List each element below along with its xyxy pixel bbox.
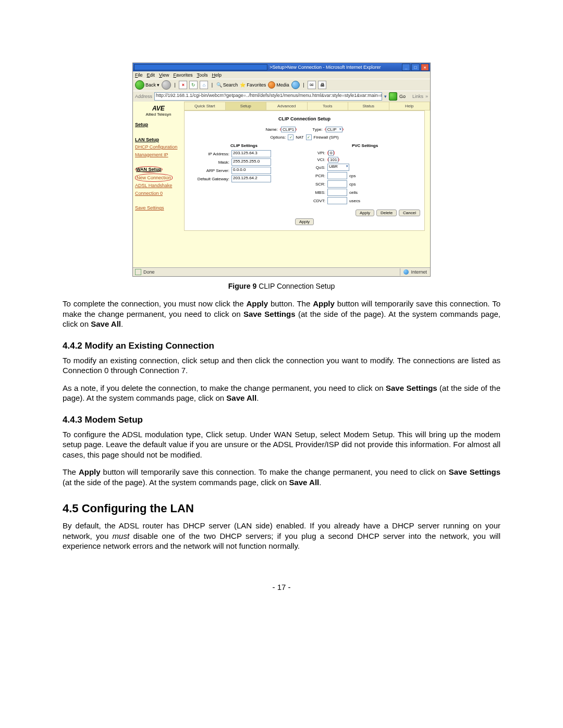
minimize-button[interactable]: _: [402, 64, 410, 71]
apply2-button[interactable]: Apply: [295, 218, 314, 225]
menu-edit[interactable]: Edit: [147, 72, 155, 78]
stop-button[interactable]: ×: [179, 81, 187, 89]
menu-help[interactable]: Help: [212, 72, 222, 78]
menu-favorites[interactable]: Favorites: [173, 72, 192, 78]
tab-advanced[interactable]: Advanced: [266, 102, 308, 110]
qos-label: QoS:: [310, 165, 325, 170]
tab-status[interactable]: Status: [348, 102, 389, 110]
menu-view[interactable]: View: [159, 72, 169, 78]
window-title: >Setup>New Connection - Microsoft Intern…: [270, 65, 402, 70]
qos-select[interactable]: UBR: [327, 164, 349, 171]
delete-button[interactable]: Delete: [376, 209, 397, 216]
paragraph: To complete the connection, you must now…: [63, 299, 500, 329]
screenshot-browser: >Setup>New Connection - Microsoft Intern…: [132, 63, 431, 277]
pcr-unit: cps: [349, 174, 356, 178]
panel-title: CLIP Connection Setup: [189, 116, 420, 121]
go-button[interactable]: [389, 92, 397, 101]
ip-input[interactable]: 203.125.64.3: [231, 150, 271, 157]
tab-tools[interactable]: Tools: [308, 102, 349, 110]
page-number: - 17 -: [63, 583, 500, 591]
firewall-checkbox[interactable]: ✓: [306, 134, 312, 140]
gw-input[interactable]: 203.125.64.2: [231, 175, 271, 182]
address-input[interactable]: http://192.168.1.1/cgi-bin/webcm?getpage…: [154, 92, 382, 101]
side-new-connection[interactable]: New Connection: [135, 174, 182, 182]
side-conn0[interactable]: Connection 0: [135, 190, 182, 197]
address-bar: Address http://192.168.1.1/cgi-bin/webcm…: [133, 91, 430, 102]
links-label[interactable]: Links: [412, 94, 423, 99]
vpi-input[interactable]: 0: [328, 150, 334, 156]
tab-setup[interactable]: Setup: [226, 102, 267, 110]
refresh-button[interactable]: ↻: [189, 81, 198, 89]
logo-top: AVE: [135, 105, 182, 112]
mail-button[interactable]: ✉: [308, 81, 316, 89]
firewall-label: Firewall (SPI): [314, 135, 339, 140]
print-button[interactable]: 🖶: [318, 81, 326, 89]
zone-text: Internet: [411, 269, 427, 275]
status-text: Done: [143, 269, 155, 275]
search-button[interactable]: 🔍Search: [216, 82, 238, 88]
menu-file[interactable]: File: [135, 72, 143, 78]
type-label: Type:: [312, 127, 323, 132]
side-dhcp[interactable]: DHCP Configuration: [135, 143, 182, 151]
mask-input[interactable]: 255.255.255.0: [231, 158, 271, 166]
menu-tools[interactable]: Tools: [197, 72, 207, 78]
heading-4-4-3: 4.4.3 Modem Setup: [63, 415, 500, 425]
internet-icon: [403, 269, 409, 275]
nav-tabs: Quick Start Setup Advanced Tools Status …: [184, 102, 430, 110]
logo-brand: Allied Telesyn: [135, 112, 182, 117]
name-label: Name:: [265, 127, 278, 132]
arp-label: ARP Server:: [189, 168, 229, 173]
toolbar: Back ▾ | × ↻ ⌂ | 🔍Search ⭐Favorites Medi…: [133, 79, 430, 91]
clip-panel: CLIP Connection Setup Name: CLIP1 Type: …: [184, 110, 425, 231]
paragraph: As a note, if you delete the connection,…: [63, 383, 500, 403]
heading-4-4-2: 4.4.2 Modify an Existing Connection: [63, 341, 500, 351]
sidebar: AVE Allied Telesyn Setup LAN Setup DHCP …: [133, 102, 184, 267]
type-select[interactable]: CLIP: [326, 127, 342, 132]
tab-quickstart[interactable]: Quick Start: [185, 102, 226, 110]
pcr-input[interactable]: [327, 172, 347, 179]
close-button[interactable]: ×: [421, 64, 429, 71]
favorites-button[interactable]: ⭐Favorites: [240, 82, 266, 88]
mbs-unit: cells: [349, 190, 358, 195]
forward-button[interactable]: [162, 80, 171, 90]
side-adsl[interactable]: ADSL Handshake: [135, 182, 182, 189]
tab-help[interactable]: Help: [389, 102, 431, 110]
paragraph: To modify an existing connection, click …: [63, 355, 500, 376]
done-icon: [135, 269, 141, 275]
address-label: Address: [135, 94, 152, 99]
scr-unit: cps: [349, 182, 356, 187]
address-dropdown-icon[interactable]: ▾: [384, 94, 387, 99]
mask-label: Mask:: [189, 160, 229, 165]
media-button[interactable]: Media: [268, 81, 289, 89]
nat-checkbox[interactable]: ✓: [288, 134, 293, 140]
vci-input[interactable]: 101: [328, 157, 338, 163]
side-save-settings[interactable]: Save Settings: [135, 204, 182, 212]
clip-settings-header: CLIP Settings: [189, 143, 299, 148]
back-button[interactable]: Back ▾: [135, 80, 160, 90]
cdvt-unit: usecs: [349, 199, 360, 203]
cdvt-input[interactable]: [327, 197, 347, 204]
paragraph: The Apply button will temporarily save t…: [63, 467, 500, 487]
mbs-label: MBS:: [310, 190, 325, 195]
cdvt-label: CDVT:: [310, 199, 325, 203]
ie-icon: [134, 64, 267, 70]
maximize-button[interactable]: □: [411, 64, 420, 71]
paragraph: To configure the ADSL modulation type, C…: [63, 429, 500, 460]
status-bar: Done Internet: [133, 267, 430, 276]
home-button[interactable]: ⌂: [200, 81, 208, 89]
apply-button[interactable]: Apply: [356, 209, 374, 216]
arp-input[interactable]: 0.0.0.0: [231, 167, 271, 174]
figure-caption: Figure 9 CLIP Connection Setup: [63, 282, 500, 290]
paragraph: By default, the ADSL router has DHCP ser…: [63, 521, 500, 551]
history-button[interactable]: [291, 81, 300, 89]
side-mgmt-ip[interactable]: Management IP: [135, 151, 182, 158]
scr-input[interactable]: [327, 180, 347, 188]
side-lan-setup: LAN Setup: [135, 136, 182, 143]
side-setup[interactable]: Setup: [135, 121, 182, 128]
page-content: AVE Allied Telesyn Setup LAN Setup DHCP …: [133, 102, 430, 267]
cancel-button[interactable]: Cancel: [399, 209, 420, 216]
name-input[interactable]: CLIP1: [281, 127, 296, 132]
mbs-input[interactable]: [327, 189, 347, 196]
go-label: Go: [399, 94, 406, 99]
options-label: Options:: [270, 135, 286, 140]
